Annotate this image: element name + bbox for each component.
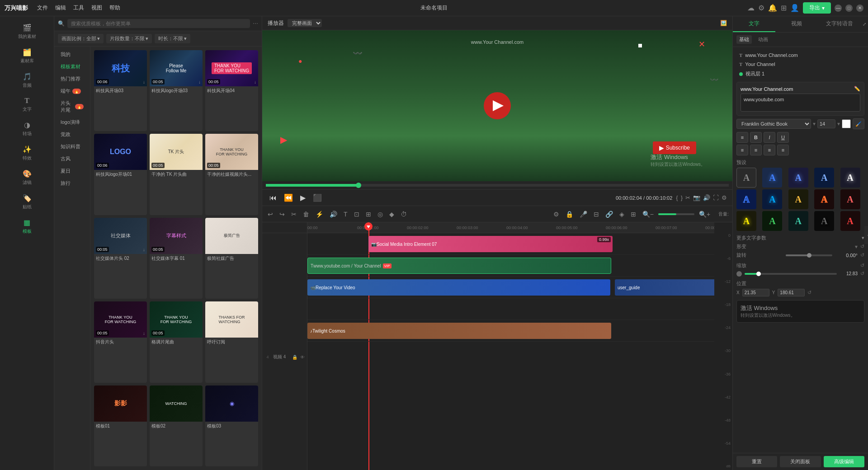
motion-tool[interactable]: ◎: [376, 210, 385, 219]
delete-tool[interactable]: 🗑: [301, 210, 311, 219]
preset-9[interactable]: A: [840, 189, 860, 209]
text-align-left[interactable]: ≡: [736, 145, 748, 155]
tab-text-right[interactable]: 文字: [733, 16, 775, 32]
track4-lock[interactable]: 🔒: [292, 354, 298, 360]
template-item-4[interactable]: TK 片头 00:05 干净的 TK 片头曲: [150, 134, 203, 215]
preset-14[interactable]: A: [840, 211, 860, 231]
underline-btn[interactable]: U: [777, 132, 789, 143]
subscribe-button[interactable]: ▶ Subscribe: [653, 141, 696, 154]
preset-4[interactable]: A: [840, 168, 860, 188]
clip-replace-video[interactable]: 📹 Replace Your Video: [307, 279, 610, 296]
clip-social-media-intro[interactable]: 📷 Social Media Intro Element 07 0.99x: [368, 236, 613, 252]
font-family-select[interactable]: Franklin Gothic Book: [736, 119, 811, 129]
user-icon[interactable]: 👤: [790, 4, 799, 12]
stop-button[interactable]: ⬛: [311, 193, 324, 203]
quality-select[interactable]: 完整画面: [288, 19, 322, 27]
text-align-justify[interactable]: ≡: [777, 145, 789, 155]
template-item-6[interactable]: 社交媒体 00:05 ↓ 社交媒体片头 02: [94, 218, 147, 299]
template-item-8[interactable]: 极简广告 极简社媒广告: [205, 218, 258, 299]
time-remap[interactable]: ⏱: [399, 210, 409, 219]
tab-my-assets[interactable]: 🎬 我的素材: [0, 20, 54, 43]
cut-icon[interactable]: ✂: [685, 194, 690, 201]
transform-tool[interactable]: ⊞: [364, 210, 373, 219]
italic-btn[interactable]: I: [764, 132, 775, 143]
magnet-tl[interactable]: 🔗: [604, 210, 615, 219]
maximize-button[interactable]: □: [845, 5, 853, 12]
clip-user-guide[interactable]: user_guide: [615, 279, 714, 296]
preset-6[interactable]: A: [762, 189, 782, 209]
template-item-14[interactable]: ◉ 模板03: [205, 385, 258, 466]
play-button-overlay[interactable]: [484, 92, 511, 119]
tab-audio[interactable]: 🎵 音频: [0, 69, 54, 92]
cat-ancient[interactable]: 古风: [54, 153, 90, 165]
close-panel-button[interactable]: 关闭面板: [780, 456, 821, 467]
minimize-button[interactable]: —: [835, 5, 842, 12]
template-item-5[interactable]: THANK YOUFOR WATCHING 00:05 干净的社媒视频片头...: [205, 134, 258, 215]
layer-item-1[interactable]: T Your Channel: [736, 60, 864, 69]
tab-tts[interactable]: 文字转语音: [818, 16, 861, 32]
collapse-panel-button[interactable]: ‹: [864, 226, 868, 244]
search-input[interactable]: [67, 19, 250, 28]
scale-slider[interactable]: [745, 273, 837, 275]
text-align-right[interactable]: ≡: [764, 145, 775, 155]
preset-10[interactable]: A: [736, 211, 756, 231]
tab-video-right[interactable]: 视频: [775, 16, 818, 32]
ratio-filter[interactable]: 画面比例：全部 ▾: [58, 34, 104, 43]
preset-7[interactable]: A: [788, 189, 808, 209]
settings-tl[interactable]: ⚙: [552, 210, 561, 219]
grid-icon[interactable]: ⊞: [781, 4, 787, 12]
font-size-input[interactable]: [817, 119, 835, 128]
export-button[interactable]: 导出 ▾: [803, 2, 831, 14]
redo-icon[interactable]: ↪: [278, 210, 287, 219]
transform-reset[interactable]: ↺: [860, 244, 864, 249]
tab-assets[interactable]: 🗂️ 素材库: [0, 44, 54, 68]
template-item-11[interactable]: THANKS FORWATCHING 呼吁订阅: [205, 301, 258, 382]
snap-tl[interactable]: ⊟: [592, 210, 601, 219]
scale-reset-btn[interactable]: ↺: [860, 271, 864, 277]
bold-btn[interactable]: B: [750, 132, 762, 143]
bracket-right[interactable]: }: [681, 194, 683, 201]
audio-detach[interactable]: 🔊: [328, 210, 339, 219]
font-color-swatch[interactable]: [842, 119, 851, 128]
cat-travel[interactable]: 旅行: [54, 177, 90, 189]
subtab-basic[interactable]: 基础: [736, 35, 752, 44]
tab-templates[interactable]: ▦ 模板: [0, 215, 54, 238]
rotate-thumb[interactable]: [807, 253, 811, 258]
preset-1[interactable]: A: [762, 168, 782, 188]
text-tool-tl[interactable]: T: [342, 210, 349, 219]
template-item-2[interactable]: THANK YOUFOR WATCHING 00:05 ↓ 科技风开场04: [205, 50, 258, 131]
more-options-icon[interactable]: ⋯: [253, 20, 258, 27]
template-item-3[interactable]: LOGO 00:06 科技风logo开场01: [94, 134, 147, 215]
scale-thumb[interactable]: [756, 272, 761, 276]
preset-13[interactable]: A: [814, 211, 834, 231]
cat-popular[interactable]: 热门推荐: [54, 73, 90, 85]
snapshot-icon[interactable]: 📷: [693, 194, 700, 201]
cat-templates[interactable]: 模板素材: [54, 61, 90, 73]
track4-eye[interactable]: 👁: [300, 354, 305, 360]
menu-edit[interactable]: 编辑: [55, 4, 66, 12]
cat-my[interactable]: 我的: [54, 48, 90, 61]
zoom-out-tl[interactable]: 🔍−: [641, 210, 656, 219]
pos-x-input[interactable]: [742, 289, 769, 296]
layer-item-2[interactable]: 视讯层 1: [736, 69, 864, 79]
overlay-tl[interactable]: ◈: [618, 210, 626, 219]
template-item-10[interactable]: THANK YOUFOR WATCHING 00:05 格调片尾曲: [150, 301, 203, 382]
advanced-edit-button[interactable]: 高级编辑: [824, 456, 864, 467]
menu-tools[interactable]: 工具: [73, 4, 84, 12]
pip-tl[interactable]: ⊞: [629, 210, 638, 219]
menu-file[interactable]: 文件: [37, 4, 48, 12]
close-button[interactable]: ✕: [856, 5, 863, 12]
tab-transitions[interactable]: ◑ 转场: [0, 117, 54, 141]
reset-button[interactable]: 重置: [736, 456, 777, 467]
template-item-7[interactable]: 字幕样式 00:05 社交媒体字幕 01: [150, 218, 203, 299]
text-content[interactable]: www.youtube.com: [741, 94, 860, 112]
preset-0[interactable]: A: [736, 168, 756, 188]
tab-text[interactable]: T 文字: [0, 93, 54, 116]
zoom-in-tl[interactable]: 🔍+: [697, 210, 712, 219]
cat-science[interactable]: 知识科普: [54, 141, 90, 153]
cat-festival[interactable]: 端午 🔥: [54, 85, 90, 97]
clip-youtube-channel[interactable]: T www.youtube.com / Your Channel VIP: [307, 258, 611, 274]
keyframe-tool[interactable]: ◆: [387, 210, 396, 219]
segments-filter[interactable]: 片段数量：不限 ▾: [106, 34, 152, 43]
subtab-animation[interactable]: 动画: [755, 35, 771, 44]
